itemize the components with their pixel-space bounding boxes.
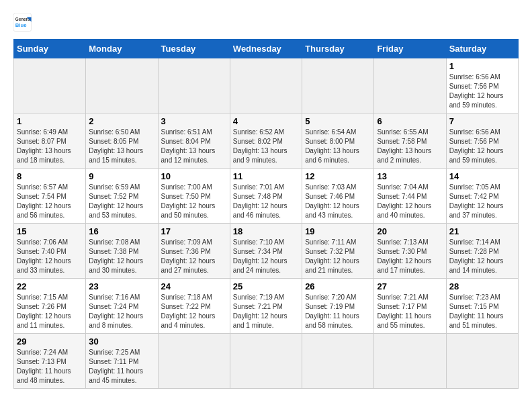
week-row-4: 15Sunrise: 7:06 AMSunset: 7:40 PMDayligh… <box>14 224 519 279</box>
day-number: 7 <box>449 116 515 126</box>
weekday-tuesday: Tuesday <box>158 40 230 58</box>
day-number: 30 <box>89 336 154 347</box>
calendar-cell: 5Sunrise: 6:54 AMSunset: 8:00 PMDaylight… <box>302 113 374 169</box>
day-number: 28 <box>449 281 515 291</box>
day-info: Sunrise: 7:18 AMSunset: 7:22 PMDaylight:… <box>161 293 227 330</box>
calendar-cell: 1Sunrise: 6:56 AMSunset: 7:56 PMDaylight… <box>446 58 518 113</box>
week-row-1: 1Sunrise: 6:56 AMSunset: 7:56 PMDaylight… <box>14 58 519 113</box>
calendar-cell: 11Sunrise: 7:01 AMSunset: 7:48 PMDayligh… <box>230 169 302 224</box>
day-info: Sunrise: 7:21 AMSunset: 7:17 PMDaylight:… <box>377 293 443 330</box>
calendar-cell: 10Sunrise: 7:00 AMSunset: 7:50 PMDayligh… <box>158 169 230 224</box>
calendar-cell: 15Sunrise: 7:06 AMSunset: 7:40 PMDayligh… <box>14 224 86 279</box>
calendar-cell: 14Sunrise: 7:05 AMSunset: 7:42 PMDayligh… <box>446 169 518 224</box>
calendar-header: SundayMondayTuesdayWednesdayThursdayFrid… <box>14 40 519 58</box>
calendar-cell: 4Sunrise: 6:52 AMSunset: 8:02 PMDaylight… <box>230 113 302 169</box>
calendar-cell <box>86 58 158 113</box>
day-info: Sunrise: 7:04 AMSunset: 7:44 PMDaylight:… <box>377 183 443 220</box>
calendar-cell <box>374 58 446 113</box>
day-info: Sunrise: 6:54 AMSunset: 8:00 PMDaylight:… <box>305 128 371 165</box>
day-info: Sunrise: 7:24 AMSunset: 7:13 PMDaylight:… <box>17 348 83 385</box>
calendar-cell <box>158 58 230 113</box>
day-info: Sunrise: 6:49 AMSunset: 8:07 PMDaylight:… <box>17 128 83 165</box>
calendar-cell: 20Sunrise: 7:13 AMSunset: 7:30 PMDayligh… <box>374 224 446 279</box>
day-info: Sunrise: 7:09 AMSunset: 7:36 PMDaylight:… <box>161 238 227 275</box>
svg-text:Blue: Blue <box>15 22 27 28</box>
day-number: 6 <box>377 116 443 126</box>
day-info: Sunrise: 6:50 AMSunset: 8:05 PMDaylight:… <box>89 128 154 165</box>
day-info: Sunrise: 6:57 AMSunset: 7:54 PMDaylight:… <box>17 183 83 220</box>
day-number: 8 <box>17 171 83 181</box>
weekday-thursday: Thursday <box>302 40 374 58</box>
calendar-cell: 16Sunrise: 7:08 AMSunset: 7:38 PMDayligh… <box>86 224 158 279</box>
day-info: Sunrise: 7:25 AMSunset: 7:11 PMDaylight:… <box>89 348 154 385</box>
day-number: 26 <box>305 281 371 291</box>
day-number: 15 <box>17 226 83 236</box>
calendar-cell <box>230 58 302 113</box>
day-number: 13 <box>377 171 443 181</box>
calendar-cell: 22Sunrise: 7:15 AMSunset: 7:26 PMDayligh… <box>14 279 86 334</box>
calendar-cell: 3Sunrise: 6:51 AMSunset: 8:04 PMDaylight… <box>158 113 230 169</box>
calendar-cell: 6Sunrise: 6:55 AMSunset: 7:58 PMDaylight… <box>374 113 446 169</box>
weekday-sunday: Sunday <box>14 40 86 58</box>
day-number: 4 <box>233 116 299 126</box>
day-info: Sunrise: 7:20 AMSunset: 7:19 PMDaylight:… <box>305 293 371 330</box>
weekday-header-row: SundayMondayTuesdayWednesdayThursdayFrid… <box>14 40 519 58</box>
calendar-cell: 8Sunrise: 6:57 AMSunset: 7:54 PMDaylight… <box>14 169 86 224</box>
calendar-cell: 25Sunrise: 7:19 AMSunset: 7:21 PMDayligh… <box>230 279 302 334</box>
day-info: Sunrise: 6:55 AMSunset: 7:58 PMDaylight:… <box>377 128 443 165</box>
day-info: Sunrise: 7:03 AMSunset: 7:46 PMDaylight:… <box>305 183 371 220</box>
day-info: Sunrise: 6:51 AMSunset: 8:04 PMDaylight:… <box>161 128 227 165</box>
day-number: 9 <box>89 171 154 181</box>
day-number: 25 <box>233 281 299 291</box>
calendar-cell <box>158 334 230 389</box>
calendar-cell <box>446 334 518 389</box>
calendar-cell <box>14 58 86 113</box>
day-info: Sunrise: 7:05 AMSunset: 7:42 PMDaylight:… <box>449 183 515 220</box>
day-info: Sunrise: 7:23 AMSunset: 7:15 PMDaylight:… <box>449 293 515 330</box>
week-row-5: 22Sunrise: 7:15 AMSunset: 7:26 PMDayligh… <box>14 279 519 334</box>
day-info: Sunrise: 7:08 AMSunset: 7:38 PMDaylight:… <box>89 238 154 275</box>
weekday-saturday: Saturday <box>446 40 518 58</box>
weekday-friday: Friday <box>374 40 446 58</box>
calendar-cell <box>302 334 374 389</box>
day-info: Sunrise: 6:59 AMSunset: 7:52 PMDaylight:… <box>89 183 154 220</box>
calendar-cell: 27Sunrise: 7:21 AMSunset: 7:17 PMDayligh… <box>374 279 446 334</box>
calendar-cell <box>230 334 302 389</box>
calendar-cell: 23Sunrise: 7:16 AMSunset: 7:24 PMDayligh… <box>86 279 158 334</box>
day-number: 21 <box>449 226 515 236</box>
day-number: 16 <box>89 226 154 236</box>
day-info: Sunrise: 6:56 AMSunset: 7:56 PMDaylight:… <box>449 128 515 165</box>
calendar-cell <box>374 334 446 389</box>
calendar-cell: 7Sunrise: 6:56 AMSunset: 7:56 PMDaylight… <box>446 113 518 169</box>
day-number: 24 <box>161 281 227 291</box>
calendar-cell: 28Sunrise: 7:23 AMSunset: 7:15 PMDayligh… <box>446 279 518 334</box>
calendar-cell: 29Sunrise: 7:24 AMSunset: 7:13 PMDayligh… <box>14 334 86 389</box>
calendar-cell: 13Sunrise: 7:04 AMSunset: 7:44 PMDayligh… <box>374 169 446 224</box>
calendar-cell: 30Sunrise: 7:25 AMSunset: 7:11 PMDayligh… <box>86 334 158 389</box>
calendar-cell: 9Sunrise: 6:59 AMSunset: 7:52 PMDaylight… <box>86 169 158 224</box>
calendar-cell: 1Sunrise: 6:49 AMSunset: 8:07 PMDaylight… <box>14 113 86 169</box>
day-number: 11 <box>233 171 299 181</box>
calendar-cell: 24Sunrise: 7:18 AMSunset: 7:22 PMDayligh… <box>158 279 230 334</box>
day-number: 14 <box>449 171 515 181</box>
day-info: Sunrise: 6:56 AMSunset: 7:56 PMDaylight:… <box>449 73 515 110</box>
header: General Blue <box>13 13 519 32</box>
day-number: 29 <box>17 336 83 347</box>
day-number: 3 <box>161 116 227 126</box>
day-info: Sunrise: 7:19 AMSunset: 7:21 PMDaylight:… <box>233 293 299 330</box>
day-info: Sunrise: 7:10 AMSunset: 7:34 PMDaylight:… <box>233 238 299 275</box>
day-number: 1 <box>449 61 515 71</box>
day-number: 20 <box>377 226 443 236</box>
calendar-cell: 17Sunrise: 7:09 AMSunset: 7:36 PMDayligh… <box>158 224 230 279</box>
day-number: 23 <box>89 281 154 291</box>
week-row-3: 8Sunrise: 6:57 AMSunset: 7:54 PMDaylight… <box>14 169 519 224</box>
weekday-monday: Monday <box>86 40 158 58</box>
weekday-wednesday: Wednesday <box>230 40 302 58</box>
day-info: Sunrise: 7:16 AMSunset: 7:24 PMDaylight:… <box>89 293 154 330</box>
day-info: Sunrise: 7:01 AMSunset: 7:48 PMDaylight:… <box>233 183 299 220</box>
week-row-2: 1Sunrise: 6:49 AMSunset: 8:07 PMDaylight… <box>14 113 519 169</box>
logo-icon: General Blue <box>13 13 32 32</box>
day-number: 19 <box>305 226 371 236</box>
day-info: Sunrise: 7:00 AMSunset: 7:50 PMDaylight:… <box>161 183 227 220</box>
day-info: Sunrise: 7:11 AMSunset: 7:32 PMDaylight:… <box>305 238 371 275</box>
